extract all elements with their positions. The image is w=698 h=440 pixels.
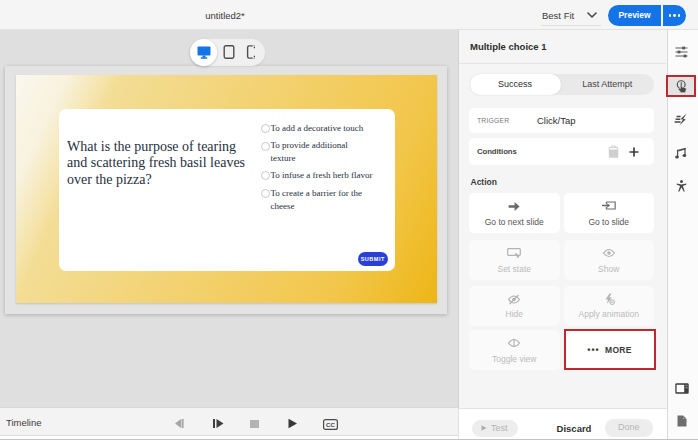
svg-text:CC: CC [326, 421, 335, 428]
